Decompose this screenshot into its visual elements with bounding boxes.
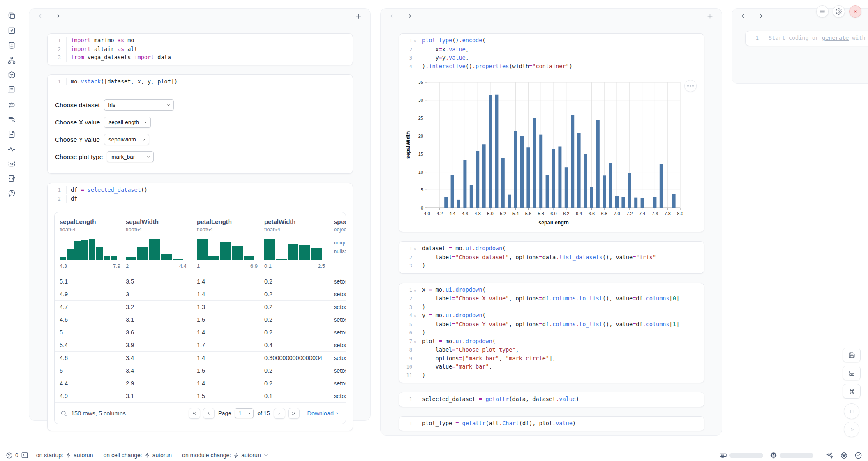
search-icon[interactable] [60,410,67,417]
column-histogram [60,239,117,260]
fold-chevron-icon[interactable]: v [412,287,418,295]
sidebar-item-file-explorer[interactable] [4,9,19,22]
token: label [422,346,452,353]
connection-status-button[interactable] [854,452,862,459]
page-select[interactable]: 1 [235,408,254,418]
plus-icon [355,13,362,20]
layout-button[interactable] [843,366,861,380]
last-page-button[interactable] [288,408,300,419]
add-cell-button[interactable] [706,13,713,20]
bar [444,197,448,208]
runtime-config-cell-change[interactable]: on cell change:autorun [103,452,172,459]
code-editor[interactable]: 1plot_type = getattr(alt.Chart(df), plot… [399,417,704,431]
code-editor[interactable]: 1selected_dataset = getattr(data, datase… [399,392,704,407]
sidebar-item-tracing[interactable] [4,142,19,155]
code-text: ) [418,262,698,270]
next-page-button[interactable] [274,408,285,419]
save-button[interactable] [843,348,861,362]
save-icon [848,352,855,359]
dropdown-control: Choose plot typemark_bar [55,151,345,162]
runtime-config-module-change[interactable]: on module change:autorun [182,452,268,459]
x-tick-label: 4.0 [424,211,430,216]
column-header[interactable]: speciobjecuniqunulls: [329,212,346,275]
add-cell-button[interactable] [355,13,362,20]
sidebar-item-help[interactable] [4,187,19,200]
settings-button[interactable] [833,5,845,18]
first-page-button[interactable] [189,408,200,419]
fold-chevron-icon[interactable]: v [412,37,418,46]
fold-chevron-icon[interactable]: v [412,312,418,320]
terminal-button[interactable] [21,452,28,459]
dropdown-select[interactable]: sepalWidth [104,134,149,145]
code-text: mo.vstack([dataset, x, y, plot]) [66,78,347,86]
code-editor[interactable]: 1df = selected_dataset()2df [48,183,353,206]
bar [552,149,555,208]
code-line: 3 y=y.value, [402,54,698,62]
chart-actions-button[interactable] [684,80,697,92]
code-editor[interactable]: 1vx = mo.ui.dropdown(2 label="Choose X v… [399,283,704,383]
next-column-button[interactable] [55,13,61,19]
sidebar-item-snippets[interactable] [4,157,19,170]
sidebar-item-packages[interactable] [4,68,19,81]
shutdown-button[interactable] [849,5,861,18]
kernel-button[interactable] [840,452,848,459]
token: . [462,338,466,344]
column-header[interactable]: petalWidthfloat640.12.5 [259,212,329,275]
token: import [71,46,91,52]
sidebar-item-functions[interactable] [4,24,19,37]
notebook-menu-button[interactable] [816,5,829,18]
fold-chevron-icon[interactable]: v [412,338,418,346]
sidebar-item-scratchpad[interactable] [4,172,19,185]
dropdown-select[interactable]: sepalLength [104,117,151,128]
token: ) [569,63,573,69]
command-palette-button[interactable] [843,384,861,399]
column-header[interactable]: sepalWidthfloat6424.4 [121,212,192,275]
code-editor[interactable]: 1 Start coding or generate with [746,31,868,46]
errors-indicator[interactable]: 0 [6,452,18,459]
token: "Choose Y value" [455,321,509,327]
code-line: 11) [402,371,698,380]
prev-column-button[interactable] [740,13,746,19]
prev-column-button[interactable] [37,13,43,19]
code-editor[interactable]: 1import marimo as mo2import altair as al… [48,34,353,65]
fold-chevron-icon[interactable]: v [412,245,418,254]
runtime-config-startup[interactable]: on startup:autorun [36,452,93,459]
code-editor[interactable]: 1vplot_type().encode(2 x=x.value,3 y=y.v… [399,34,704,74]
code-editor[interactable]: 1mo.vstack([dataset, x, y, plot]) [48,75,353,89]
column-header[interactable]: petalLengthfloat6416.9 [192,212,259,275]
prev-column-button[interactable] [389,13,395,19]
token: = [449,245,452,251]
table-row: 53.61.40.2setos [55,326,346,339]
line-gutter: 11 [402,372,418,380]
cell-dataframe: 1df = selected_dataset()2df sepalLengthf… [47,183,353,431]
download-button[interactable]: Download [307,410,340,417]
token: x [422,46,439,53]
next-column-button[interactable] [758,13,764,19]
prev-page-button[interactable] [203,408,215,419]
code-editor[interactable]: 1vdataset = mo.ui.dropdown(2 label="Choo… [399,242,704,273]
line-number: 1 [402,286,412,295]
table-row: 5.13.51.40.2setos [55,275,346,288]
sidebar-item-documentation[interactable] [4,127,19,141]
sidebar-item-logs[interactable] [4,83,19,96]
column-header[interactable]: sepalLengthfloat644.37.9 [55,212,121,275]
next-column-button[interactable] [407,13,413,19]
run-all-button[interactable] [844,422,859,437]
sidebar-item-chat[interactable] [4,98,19,111]
dropdown-select[interactable]: iris [104,99,174,111]
bar-chart[interactable]: 051015202530354.04.24.44.64.85.05.25.45.… [403,78,702,231]
line-number: 4 [402,63,412,71]
token: dropdown [455,286,482,293]
histogram-bar [299,245,310,260]
generate-with-ai-link[interactable]: generate [822,35,849,41]
errors-count: 0 [15,452,18,459]
dropdown-select[interactable]: mark_bar [107,151,154,162]
sidebar-item-datasources[interactable] [4,39,19,52]
dataframe-output: sepalLengthfloat644.37.9sepalWidthfloat6… [48,206,353,431]
token: mo [432,312,442,318]
sidebar-item-outline[interactable] [4,113,19,126]
token: . [643,295,646,302]
ai-assistant-button[interactable] [826,452,833,459]
sidebar-item-dependency-graph[interactable] [4,53,19,67]
stop-button[interactable] [844,403,859,419]
